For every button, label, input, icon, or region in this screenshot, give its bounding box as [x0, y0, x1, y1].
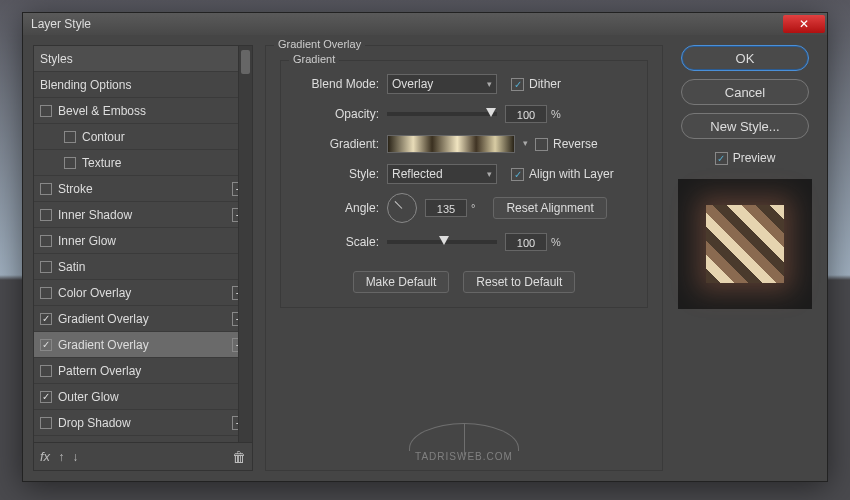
style-item-stroke[interactable]: Stroke+	[34, 176, 252, 202]
style-checkbox[interactable]	[40, 209, 52, 221]
styles-list: Styles Blending OptionsBevel & EmbossCon…	[34, 46, 252, 442]
angle-label: Angle:	[293, 201, 379, 215]
style-item-label: Texture	[82, 156, 121, 170]
style-item-label: Inner Glow	[58, 234, 116, 248]
dialog-buttons: OK Cancel New Style... Preview	[675, 45, 815, 471]
book-icon	[409, 423, 519, 451]
style-item-label: Pattern Overlay	[58, 364, 141, 378]
scale-input[interactable]: 100	[505, 233, 547, 251]
scale-label: Scale:	[293, 235, 379, 249]
preview-label: Preview	[733, 151, 776, 165]
gradient-picker[interactable]	[387, 135, 515, 153]
blend-mode-label: Blend Mode:	[293, 77, 379, 91]
titlebar[interactable]: Layer Style ✕	[23, 13, 827, 35]
dither-label: Dither	[529, 77, 561, 91]
style-item-satin[interactable]: Satin	[34, 254, 252, 280]
angle-dial[interactable]	[387, 193, 417, 223]
style-checkbox[interactable]	[40, 391, 52, 403]
style-item-label: Satin	[58, 260, 85, 274]
angle-input[interactable]: 135	[425, 199, 467, 217]
style-item-label: Inner Shadow	[58, 208, 132, 222]
trash-icon[interactable]: 🗑	[232, 449, 246, 465]
style-item-label: Outer Glow	[58, 390, 119, 404]
scale-slider[interactable]	[387, 240, 497, 244]
style-item-contour[interactable]: Contour	[34, 124, 252, 150]
style-item-pattern-overlay[interactable]: Pattern Overlay	[34, 358, 252, 384]
reverse-label: Reverse	[553, 137, 598, 151]
style-checkbox[interactable]	[40, 287, 52, 299]
style-item-texture[interactable]: Texture	[34, 150, 252, 176]
style-checkbox[interactable]	[40, 105, 52, 117]
styles-footer: fx ↑ ↓ 🗑	[34, 442, 252, 470]
align-label: Align with Layer	[529, 167, 614, 181]
panel-title: Gradient Overlay	[274, 38, 365, 50]
move-up-icon[interactable]: ↑	[58, 450, 64, 464]
style-item-label: Color Overlay	[58, 286, 131, 300]
reset-default-button[interactable]: Reset to Default	[463, 271, 575, 293]
style-checkbox[interactable]	[64, 131, 76, 143]
style-checkbox[interactable]	[64, 157, 76, 169]
preview-swatch	[706, 205, 784, 283]
blend-mode-select[interactable]: Overlay	[387, 74, 497, 94]
ok-button[interactable]: OK	[681, 45, 809, 71]
style-item-label: Blending Options	[40, 78, 131, 92]
styles-header-label: Styles	[40, 52, 73, 66]
gradient-group-title: Gradient	[289, 53, 339, 65]
degree-unit: °	[471, 202, 475, 214]
style-item-inner-glow[interactable]: Inner Glow	[34, 228, 252, 254]
gradient-label: Gradient:	[293, 137, 379, 151]
style-checkbox[interactable]	[40, 183, 52, 195]
fx-menu-icon[interactable]: fx	[40, 449, 50, 464]
style-item-color-overlay[interactable]: Color Overlay+	[34, 280, 252, 306]
close-button[interactable]: ✕	[783, 15, 825, 33]
style-checkbox[interactable]	[40, 261, 52, 273]
style-item-label: Drop Shadow	[58, 416, 131, 430]
style-item-drop-shadow[interactable]: Drop Shadow+	[34, 410, 252, 436]
style-item-gradient-overlay[interactable]: Gradient Overlay+	[34, 332, 252, 358]
reset-alignment-button[interactable]: Reset Alignment	[493, 197, 606, 219]
styles-header: Styles	[34, 46, 252, 72]
make-default-button[interactable]: Make Default	[353, 271, 450, 293]
scrollbar-thumb[interactable]	[241, 50, 250, 74]
style-item-label: Stroke	[58, 182, 93, 196]
preview-checkbox[interactable]	[715, 152, 728, 165]
effect-settings-panel: Gradient Overlay Gradient Blend Mode: Ov…	[265, 45, 663, 471]
scale-unit: %	[551, 236, 561, 248]
style-item-blending-options[interactable]: Blending Options	[34, 72, 252, 98]
dither-checkbox[interactable]	[511, 78, 524, 91]
style-item-bevel-emboss[interactable]: Bevel & Emboss	[34, 98, 252, 124]
opacity-input[interactable]: 100	[505, 105, 547, 123]
cancel-button[interactable]: Cancel	[681, 79, 809, 105]
style-item-label: Gradient Overlay	[58, 312, 149, 326]
opacity-unit: %	[551, 108, 561, 120]
preview-toggle[interactable]: Preview	[715, 151, 776, 165]
style-checkbox[interactable]	[40, 365, 52, 377]
gradient-style-select[interactable]: Reflected	[387, 164, 497, 184]
reverse-checkbox[interactable]	[535, 138, 548, 151]
new-style-button[interactable]: New Style...	[681, 113, 809, 139]
style-item-outer-glow[interactable]: Outer Glow	[34, 384, 252, 410]
align-checkbox[interactable]	[511, 168, 524, 181]
layer-style-dialog: Layer Style ✕ Styles Blending OptionsBev…	[22, 12, 828, 482]
move-down-icon[interactable]: ↓	[72, 450, 78, 464]
style-item-label: Contour	[82, 130, 125, 144]
opacity-slider[interactable]	[387, 112, 497, 116]
style-item-inner-shadow[interactable]: Inner Shadow+	[34, 202, 252, 228]
watermark: TADRISWEB.COM	[409, 423, 519, 462]
style-checkbox[interactable]	[40, 417, 52, 429]
style-item-label: Bevel & Emboss	[58, 104, 146, 118]
gradient-group: Gradient Blend Mode: Overlay Dither Opac…	[280, 60, 648, 308]
preview-box	[678, 179, 812, 309]
opacity-label: Opacity:	[293, 107, 379, 121]
styles-list-panel: Styles Blending OptionsBevel & EmbossCon…	[33, 45, 253, 471]
scrollbar[interactable]	[238, 46, 252, 442]
style-checkbox[interactable]	[40, 313, 52, 325]
style-label: Style:	[293, 167, 379, 181]
style-item-label: Gradient Overlay	[58, 338, 149, 352]
style-checkbox[interactable]	[40, 235, 52, 247]
style-checkbox[interactable]	[40, 339, 52, 351]
dialog-title: Layer Style	[23, 17, 783, 31]
style-item-gradient-overlay[interactable]: Gradient Overlay+	[34, 306, 252, 332]
